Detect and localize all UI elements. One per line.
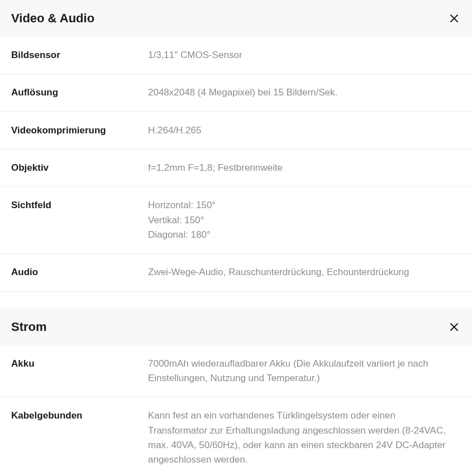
spec-row: Bildsensor 1/3,11" CMOS-Sensor xyxy=(0,37,472,74)
spec-value: H.264/H.265 xyxy=(148,123,461,138)
spec-label: Bildsensor xyxy=(11,48,148,62)
spec-value: 2048x2048 (4 Megapixel) bei 15 Bildern/S… xyxy=(148,85,461,100)
spec-label: Akku xyxy=(11,357,148,386)
section-gap xyxy=(0,292,472,309)
spec-value: 1/3,11" CMOS-Sensor xyxy=(148,48,461,62)
spec-row: Objektiv f=1,2mm F=1,8; Festbrennweite xyxy=(0,150,472,187)
spec-label: Kabelgebunden xyxy=(11,408,148,467)
spec-row: Audio Zwei-Wege-Audio, Rauschunterdrücku… xyxy=(0,254,472,291)
spec-row: Kabelgebunden Kann fest an ein vorhanden… xyxy=(0,397,472,476)
spec-label: Objektiv xyxy=(11,161,148,175)
close-icon[interactable] xyxy=(447,320,461,334)
close-icon[interactable] xyxy=(447,12,461,25)
spec-label: Auflösung xyxy=(11,85,148,100)
section-header-video-audio[interactable]: Video & Audio xyxy=(0,0,472,37)
spec-label: Sichtfeld xyxy=(11,198,148,242)
spec-label: Videokomprimierung xyxy=(11,123,148,138)
spec-row: Sichtfeld Horizontal: 150°Vertikal: 150°… xyxy=(0,187,472,254)
spec-row: Auflösung 2048x2048 (4 Megapixel) bei 15… xyxy=(0,74,472,112)
spec-row: Akku 7000mAh wiederaufladbarer Akku (Die… xyxy=(0,345,472,398)
spec-row: Videokomprimierung H.264/H.265 xyxy=(0,112,472,150)
section-header-strom[interactable]: Strom xyxy=(0,309,472,345)
spec-value: Zwei-Wege-Audio, Rauschunterdrückung, Ec… xyxy=(148,265,461,280)
spec-value: Kann fest an ein vorhandenes Türklingels… xyxy=(148,408,461,467)
section-title: Strom xyxy=(11,320,47,334)
spec-value: 7000mAh wiederaufladbarer Akku (Die Akku… xyxy=(148,357,461,386)
spec-value: f=1,2mm F=1,8; Festbrennweite xyxy=(148,161,461,175)
section-title: Video & Audio xyxy=(11,11,94,26)
spec-value: Horizontal: 150°Vertikal: 150°Diagonal: … xyxy=(148,198,461,242)
spec-label: Audio xyxy=(11,265,148,280)
